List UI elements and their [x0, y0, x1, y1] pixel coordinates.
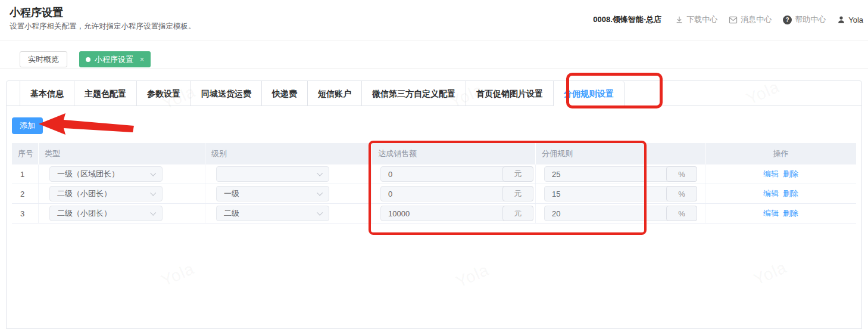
- workspace-divider: [0, 68, 868, 69]
- tab-express-fee[interactable]: 快递费: [262, 81, 308, 106]
- topbar: 0008.领锋智能-总店 下载中心 消息中心 ? 帮助中心: [593, 14, 863, 25]
- page-subtitle: 设置小程序相关配置，允许对指定小程序设置指定模板。: [10, 21, 196, 32]
- sales-input-group: 元: [380, 166, 533, 182]
- delete-link[interactable]: 删除: [783, 188, 798, 199]
- user-menu[interactable]: Yola: [837, 15, 863, 24]
- help-center-link[interactable]: ? 帮助中心: [783, 14, 826, 25]
- delete-link[interactable]: 删除: [783, 169, 798, 179]
- tab-local-delivery-fee[interactable]: 同城送货运费: [191, 81, 262, 106]
- level-cell: 二级: [205, 204, 372, 223]
- workspace-tab-current-label: 小程序设置: [95, 54, 133, 65]
- mini-program-settings-page: 小程序设置 设置小程序相关配置，允许对指定小程序设置指定模板。 0008.领锋智…: [0, 0, 868, 329]
- header-sales: 达成销售额: [372, 143, 536, 164]
- type-select[interactable]: 一级（区域团长）: [49, 166, 163, 182]
- workspace-tab-current[interactable]: 小程序设置 ×: [79, 51, 151, 67]
- commission-input-group: %: [544, 206, 697, 221]
- message-center-label: 消息中心: [741, 14, 772, 25]
- row-index: 3: [12, 204, 39, 223]
- message-icon: [729, 16, 738, 24]
- commission-input-group: %: [544, 186, 697, 201]
- row-index: 1: [12, 164, 39, 184]
- level-select[interactable]: 二级: [216, 206, 329, 221]
- level-select[interactable]: 一级: [216, 186, 329, 201]
- tab-basic-info[interactable]: 基本信息: [20, 81, 74, 106]
- settings-tab-bar: 基本信息 主题色配置 参数设置 同城送货运费 快递费 短信账户 微信第三方自定义…: [7, 81, 861, 106]
- active-dot-icon: [86, 57, 90, 62]
- chevron-down-icon: [317, 190, 323, 196]
- user-icon: [837, 15, 845, 24]
- sales-unit: 元: [502, 206, 533, 221]
- commission-input-group: %: [544, 166, 697, 182]
- tab-sms-account[interactable]: 短信账户: [308, 81, 362, 106]
- sales-cell: 元: [372, 204, 536, 223]
- type-cell: 二级（小团长）: [39, 204, 205, 223]
- table-row: 2 二级（小团长） 一级 元: [12, 184, 856, 204]
- commission-cell: %: [536, 204, 705, 223]
- row-index: 2: [12, 184, 39, 203]
- table-header-row: 序号 类型 级别 达成销售额 分佣规则 操作: [12, 143, 856, 164]
- sales-input-group: 元: [380, 186, 533, 201]
- table-row: 3 二级（小团长） 二级 元: [12, 204, 856, 224]
- user-name: Yola: [848, 15, 863, 24]
- header-divider: [0, 41, 868, 41]
- table-row: 1 一级（区域团长） 元: [12, 164, 856, 184]
- level-cell: [205, 164, 372, 184]
- download-center-link[interactable]: 下载中心: [675, 14, 717, 25]
- type-select-value: 二级（小团长）: [57, 208, 111, 219]
- commission-rules-table: 序号 类型 级别 达成销售额 分佣规则 操作 1 一级（区域团长）: [12, 143, 856, 224]
- header-commission: 分佣规则: [536, 143, 705, 164]
- tab-theme-color[interactable]: 主题色配置: [74, 81, 137, 106]
- sales-cell: 元: [372, 164, 536, 184]
- sales-input-group: 元: [380, 206, 533, 221]
- download-icon: [675, 15, 683, 24]
- type-select-value: 二级（小团长）: [57, 188, 111, 199]
- chevron-down-icon: [150, 170, 156, 176]
- type-cell: 一级（区域团长）: [39, 164, 205, 184]
- commission-cell: %: [536, 184, 705, 203]
- sales-cell: 元: [372, 184, 536, 203]
- edit-link[interactable]: 编辑: [763, 188, 779, 199]
- add-button[interactable]: 添加: [12, 117, 43, 134]
- type-select-value: 一级（区域团长）: [57, 169, 119, 179]
- store-name: 0008.领锋智能-总店: [593, 14, 661, 25]
- workspace-tab-overview[interactable]: 实时概览: [20, 51, 67, 67]
- header-actions: 操作: [705, 143, 856, 164]
- chevron-down-icon: [317, 170, 323, 176]
- header-index: 序号: [12, 143, 39, 164]
- edit-link[interactable]: 编辑: [763, 169, 779, 179]
- tab-home-promo-images[interactable]: 首页促销图片设置: [466, 81, 554, 106]
- close-icon[interactable]: ×: [140, 55, 144, 64]
- level-select[interactable]: [216, 166, 329, 182]
- type-cell: 二级（小团长）: [39, 184, 205, 203]
- level-select-value: 二级: [224, 208, 239, 219]
- type-select[interactable]: 二级（小团长）: [49, 186, 163, 201]
- workspace-tab-overview-label: 实时概览: [28, 54, 59, 65]
- help-icon: ?: [783, 15, 792, 24]
- edit-link[interactable]: 编辑: [763, 208, 779, 219]
- actions-cell: 编辑 删除: [705, 184, 856, 203]
- level-select-value: 一级: [224, 188, 239, 199]
- actions-cell: 编辑 删除: [705, 164, 856, 184]
- commission-cell: %: [536, 164, 705, 184]
- commission-unit: %: [666, 166, 697, 182]
- tab-commission-rules[interactable]: 分佣规则设置: [554, 81, 625, 106]
- type-select[interactable]: 二级（小团长）: [49, 206, 163, 221]
- header-level: 级别: [205, 143, 372, 164]
- delete-link[interactable]: 删除: [783, 208, 798, 219]
- chevron-down-icon: [150, 210, 156, 216]
- commission-unit: %: [666, 206, 697, 221]
- chevron-down-icon: [150, 190, 156, 196]
- tab-parameter-settings[interactable]: 参数设置: [137, 81, 191, 106]
- help-center-label: 帮助中心: [795, 14, 826, 25]
- sales-unit: 元: [502, 186, 533, 201]
- page-title: 小程序设置: [10, 5, 63, 20]
- chevron-down-icon: [317, 210, 323, 216]
- sales-unit: 元: [502, 166, 533, 182]
- level-cell: 一级: [205, 184, 372, 203]
- commission-unit: %: [666, 186, 697, 201]
- actions-cell: 编辑 删除: [705, 204, 856, 223]
- tab-wechat-third-party-config[interactable]: 微信第三方自定义配置: [362, 81, 466, 106]
- download-center-label: 下载中心: [686, 14, 717, 25]
- message-center-link[interactable]: 消息中心: [729, 14, 772, 25]
- header-type: 类型: [39, 143, 205, 164]
